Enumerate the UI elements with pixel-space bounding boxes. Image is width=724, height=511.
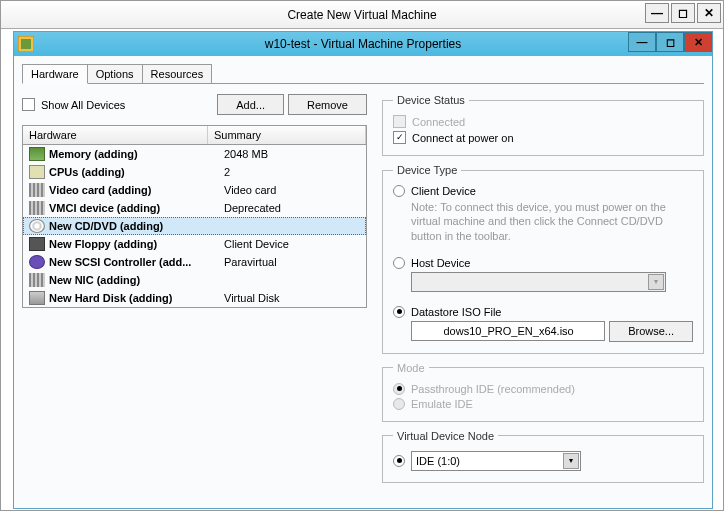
device-icon [29, 219, 45, 233]
connect-at-power-on-label: Connect at power on [412, 132, 514, 144]
hw-summary: Client Device [224, 238, 362, 250]
client-device-radio[interactable] [393, 185, 405, 197]
table-row[interactable]: New SCSI Controller (add...Paravirtual [23, 253, 366, 271]
emulate-radio [393, 398, 405, 410]
outer-titlebar: Create New Virtual Machine — ◻ ✕ [1, 1, 723, 29]
table-row[interactable]: Video card (adding)Video card [23, 181, 366, 199]
table-row[interactable]: New CD/DVD (adding) [23, 217, 366, 235]
hw-name: Video card (adding) [49, 184, 224, 196]
outer-title-text: Create New Virtual Machine [287, 8, 436, 22]
inner-window-controls: — ◻ ✕ [628, 32, 712, 52]
add-button[interactable]: Add... [217, 94, 284, 115]
tab-resources[interactable]: Resources [142, 64, 213, 84]
right-column: Device Status Connected Connect at power… [377, 94, 704, 491]
minimize-button[interactable]: — [645, 3, 669, 23]
table-row[interactable]: CPUs (adding)2 [23, 163, 366, 181]
vnode-combo[interactable]: IDE (1:0) ▾ [411, 451, 581, 471]
hw-summary: Paravirtual [224, 256, 362, 268]
tabs: Hardware Options Resources [22, 64, 704, 84]
inner-body: Hardware Options Resources Show All Devi… [14, 56, 712, 508]
table-row[interactable]: New NIC (adding) [23, 271, 366, 289]
device-icon [29, 183, 45, 197]
client-device-note: Note: To connect this device, you must p… [411, 200, 693, 243]
inner-title-text: w10-test - Virtual Machine Properties [265, 37, 462, 51]
inner-maximize-button[interactable]: ◻ [656, 32, 684, 52]
vnode-radio[interactable] [393, 455, 405, 467]
vnode-value: IDE (1:0) [416, 455, 460, 467]
emulate-label: Emulate IDE [411, 398, 473, 410]
virtual-device-node-group: Virtual Device Node IDE (1:0) ▾ [382, 430, 704, 483]
hardware-table-body: Memory (adding)2048 MBCPUs (adding)2Vide… [23, 145, 366, 307]
hw-summary: Video card [224, 184, 362, 196]
inner-window: w10-test - Virtual Machine Properties — … [13, 31, 713, 509]
table-row[interactable]: Memory (adding)2048 MB [23, 145, 366, 163]
inner-titlebar: w10-test - Virtual Machine Properties — … [14, 32, 712, 56]
show-all-devices-checkbox[interactable] [22, 98, 35, 111]
browse-button[interactable]: Browse... [609, 321, 693, 342]
device-icon [29, 237, 45, 251]
content: Show All Devices Add... Remove Hardware … [22, 94, 704, 491]
hw-name: VMCI device (adding) [49, 202, 224, 214]
device-type-legend: Device Type [393, 164, 461, 176]
connect-at-power-on-checkbox[interactable] [393, 131, 406, 144]
passthrough-label: Passthrough IDE (recommended) [411, 383, 575, 395]
mode-group: Mode Passthrough IDE (recommended) Emula… [382, 362, 704, 422]
device-status-legend: Device Status [393, 94, 469, 106]
device-icon [29, 147, 45, 161]
close-button[interactable]: ✕ [697, 3, 721, 23]
hw-summary: 2 [224, 166, 362, 178]
device-icon [29, 165, 45, 179]
hw-summary: Deprecated [224, 202, 362, 214]
passthrough-radio [393, 383, 405, 395]
device-type-group: Device Type Client Device Note: To conne… [382, 164, 704, 354]
hw-name: New SCSI Controller (add... [49, 256, 224, 268]
device-icon [29, 273, 45, 287]
left-column: Show All Devices Add... Remove Hardware … [22, 94, 367, 491]
outer-window-controls: — ◻ ✕ [645, 3, 721, 23]
hw-name: CPUs (adding) [49, 166, 224, 178]
chevron-down-icon[interactable]: ▾ [563, 453, 579, 469]
device-icon [29, 291, 45, 305]
tab-options[interactable]: Options [87, 64, 143, 84]
device-icon [29, 201, 45, 215]
connected-checkbox [393, 115, 406, 128]
hw-name: New CD/DVD (adding) [49, 220, 224, 232]
hw-name: New Floppy (adding) [49, 238, 224, 250]
hardware-table-header: Hardware Summary [23, 126, 366, 145]
host-device-radio[interactable] [393, 257, 405, 269]
vnode-legend: Virtual Device Node [393, 430, 498, 442]
inner-close-button[interactable]: ✕ [684, 32, 712, 52]
hw-name: Memory (adding) [49, 148, 224, 160]
hw-name: New NIC (adding) [49, 274, 224, 286]
maximize-button[interactable]: ◻ [671, 3, 695, 23]
table-row[interactable]: VMCI device (adding)Deprecated [23, 199, 366, 217]
datastore-iso-label: Datastore ISO File [411, 306, 501, 318]
outer-window: Create New Virtual Machine — ◻ ✕ w10-tes… [0, 0, 724, 511]
hardware-table: Hardware Summary Memory (adding)2048 MBC… [22, 125, 367, 308]
hw-summary: 2048 MB [224, 148, 362, 160]
connected-label: Connected [412, 116, 465, 128]
iso-path-input[interactable]: xxxxxdows10_PRO_EN_x64.iso [411, 321, 605, 341]
hw-summary: Virtual Disk [224, 292, 362, 304]
hw-name: New Hard Disk (adding) [49, 292, 224, 304]
chevron-down-icon: ▾ [648, 274, 664, 290]
device-icon [29, 255, 45, 269]
col-summary[interactable]: Summary [208, 126, 366, 144]
svg-rect-1 [21, 39, 31, 49]
table-row[interactable]: New Floppy (adding)Client Device [23, 235, 366, 253]
remove-button[interactable]: Remove [288, 94, 367, 115]
vsphere-icon [18, 36, 34, 52]
device-status-group: Device Status Connected Connect at power… [382, 94, 704, 156]
iso-path-value: dows10_PRO_EN_x64.iso [444, 325, 574, 337]
table-row[interactable]: New Hard Disk (adding)Virtual Disk [23, 289, 366, 307]
show-all-devices-label: Show All Devices [41, 99, 213, 111]
tab-hardware[interactable]: Hardware [22, 64, 88, 84]
host-device-combo: ▾ [411, 272, 666, 292]
client-device-label: Client Device [411, 185, 476, 197]
inner-minimize-button[interactable]: — [628, 32, 656, 52]
col-hardware[interactable]: Hardware [23, 126, 208, 144]
datastore-iso-radio[interactable] [393, 306, 405, 318]
mode-legend: Mode [393, 362, 429, 374]
left-top-row: Show All Devices Add... Remove [22, 94, 367, 115]
host-device-label: Host Device [411, 257, 470, 269]
